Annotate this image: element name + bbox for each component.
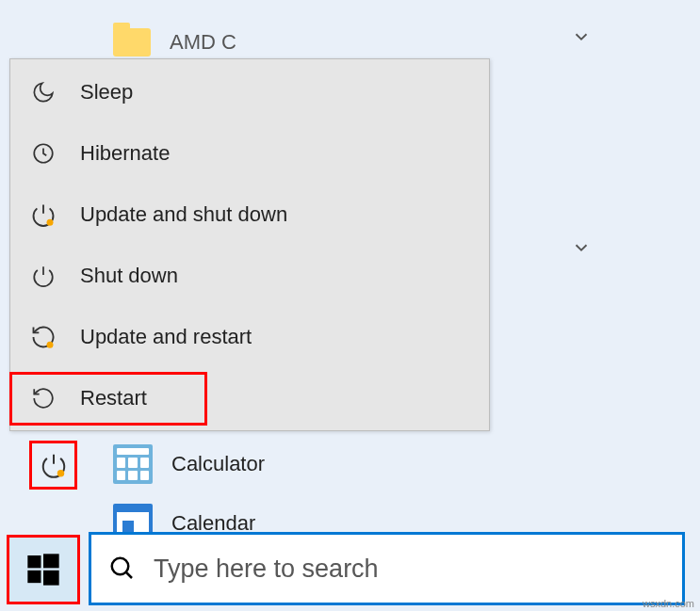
- start-button[interactable]: [7, 535, 80, 604]
- app-calculator[interactable]: Calculator: [113, 444, 265, 484]
- menu-item-sleep[interactable]: Sleep: [10, 61, 489, 122]
- search-box[interactable]: Type here to search: [89, 532, 685, 605]
- svg-point-3: [57, 470, 64, 477]
- menu-label: Update and restart: [80, 325, 252, 349]
- menu-item-update-shutdown[interactable]: Update and shut down: [10, 184, 489, 245]
- clock-icon: [29, 141, 57, 166]
- menu-item-shutdown[interactable]: Shut down: [10, 245, 489, 306]
- app-list-item[interactable]: AMD C: [113, 28, 236, 56]
- menu-item-restart[interactable]: Restart: [10, 367, 489, 428]
- menu-label: Update and shut down: [80, 202, 287, 227]
- svg-point-8: [112, 558, 129, 575]
- folder-label: AMD C: [170, 30, 236, 55]
- menu-label: Sleep: [80, 80, 133, 105]
- power-update-icon: [40, 451, 68, 479]
- menu-label: Hibernate: [80, 141, 170, 166]
- power-icon: [29, 264, 57, 288]
- svg-rect-6: [27, 571, 41, 583]
- calculator-icon: [113, 444, 153, 484]
- chevron-down-icon[interactable]: [571, 237, 592, 258]
- svg-rect-4: [27, 555, 41, 568]
- svg-point-2: [47, 341, 54, 347]
- menu-label: Shut down: [80, 264, 178, 288]
- search-icon: [108, 555, 137, 583]
- windows-logo-icon: [24, 551, 62, 588]
- svg-rect-7: [43, 571, 59, 586]
- power-menu: Sleep Hibernate Update and shut down Shu…: [9, 58, 490, 431]
- svg-rect-5: [43, 554, 59, 568]
- restart-icon: [29, 386, 57, 410]
- restart-update-icon: [29, 324, 57, 350]
- chevron-down-icon[interactable]: [571, 26, 592, 47]
- search-placeholder: Type here to search: [154, 555, 379, 584]
- moon-icon: [29, 80, 57, 105]
- watermark: wsxdn.com: [643, 598, 694, 609]
- app-label: Calculator: [171, 452, 265, 476]
- menu-label: Restart: [80, 386, 147, 410]
- folder-icon: [113, 28, 151, 56]
- sidebar-power-button[interactable]: [29, 441, 77, 490]
- svg-line-9: [126, 572, 132, 578]
- svg-point-1: [47, 218, 54, 225]
- menu-item-update-restart[interactable]: Update and restart: [10, 306, 489, 367]
- power-update-icon: [29, 201, 57, 228]
- menu-item-hibernate[interactable]: Hibernate: [10, 122, 489, 184]
